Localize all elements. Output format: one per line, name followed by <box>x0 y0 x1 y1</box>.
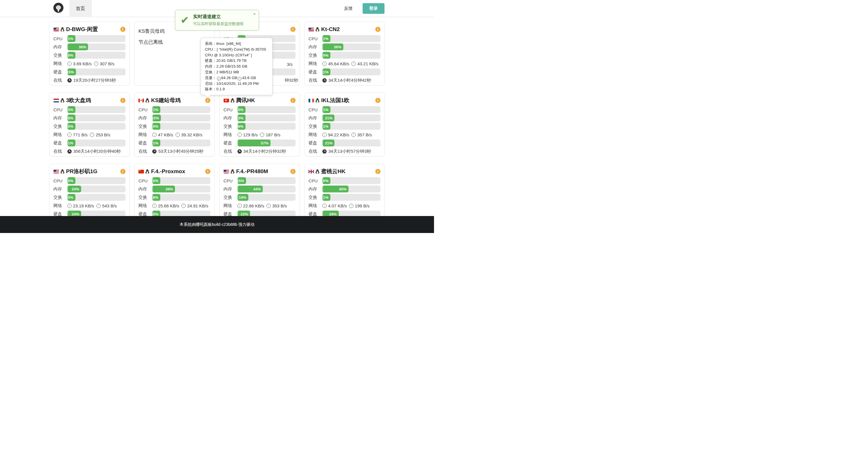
upload-arrow-icon <box>96 204 101 208</box>
upload-arrow-icon <box>351 133 356 137</box>
swap-percent: NaN% <box>238 124 244 129</box>
disk-progress-bar: 11% <box>322 68 331 75</box>
stat-label-online: 在线 <box>309 78 322 83</box>
cpu-percent: 15% <box>238 179 244 183</box>
info-icon[interactable] <box>120 169 125 174</box>
nav-feedback-link[interactable]: 反馈 <box>344 6 353 11</box>
country-flag-icon <box>54 170 59 173</box>
stat-label-swap: 交换 <box>138 124 152 129</box>
mem-progress-track: 39% <box>152 186 210 193</box>
mem-progress-bar: 21% <box>322 114 334 122</box>
swap-progress-track: 19% <box>238 194 296 201</box>
stat-label-cpu: CPU <box>54 107 67 112</box>
disk-percent: 21% <box>325 141 332 145</box>
info-icon[interactable] <box>290 98 296 103</box>
country-flag-icon <box>54 99 59 102</box>
stat-row-net: 网络 94.22 KB/s 357 B/s <box>309 131 380 138</box>
stat-row-mem: 内存 21% <box>309 114 380 122</box>
clock-icon <box>322 78 327 82</box>
info-icon[interactable] <box>120 98 125 103</box>
download-arrow-icon <box>67 204 72 208</box>
mem-progress-bar: 36% <box>322 43 343 51</box>
download-speed: 4.07 KB/s <box>328 203 347 208</box>
download-arrow-icon <box>238 204 242 208</box>
site-logo[interactable] <box>53 3 64 14</box>
cpu-percent: 1% <box>323 36 329 41</box>
server-name: F.4.-Proxmox <box>151 168 185 175</box>
download-arrow-icon <box>152 133 157 137</box>
mem-progress-track: 36% <box>322 43 380 51</box>
mem-progress-track: 44% <box>238 186 296 193</box>
info-icon[interactable] <box>290 27 296 32</box>
stat-row-cpu: CPU 1% <box>54 35 125 42</box>
stat-label-swap: 交换 <box>54 124 67 129</box>
stat-label-swap: 交换 <box>309 195 322 200</box>
disk-progress-track: 1% <box>152 139 210 146</box>
disk-progress-bar: 1% <box>152 139 160 146</box>
cpu-percent: 0% <box>68 108 73 112</box>
stat-row-net: 网络 4.07 KB/s 199 B/s <box>309 202 380 209</box>
upload-arrow-icon <box>181 204 186 208</box>
upload-speed: 43.21 KB/s <box>357 61 378 66</box>
tooltip-value: 2 MB/511 MB <box>216 70 239 74</box>
uptime-text: 53天13小时45分钟25秒 <box>158 149 204 154</box>
server-card: IKL法国1欧 CPU 1% 内存 21% <box>304 93 385 157</box>
stat-row-mem: 内存 15% <box>138 114 210 122</box>
download-arrow-icon <box>152 204 157 208</box>
stat-row-mem: 内存 44% <box>224 186 296 193</box>
cpu-progress-track: 1% <box>322 106 380 113</box>
swap-progress-track: 1% <box>322 123 380 130</box>
info-icon[interactable] <box>205 169 210 174</box>
online-duration: 19天20小时27分钟3秒 <box>67 78 118 83</box>
mem-progress-bar: 36% <box>67 43 88 51</box>
swap-progress-bar: 0% <box>152 123 160 130</box>
upload-speed: 39.32 KB/s <box>181 132 202 137</box>
stat-label-cpu: CPU <box>224 178 238 183</box>
info-icon[interactable] <box>120 27 125 32</box>
mem-percent: 36% <box>334 45 341 49</box>
country-flag-icon <box>54 28 59 31</box>
disk-progress-track: 11% <box>322 68 380 75</box>
nav-tab-home[interactable]: 首页 <box>69 0 92 17</box>
linux-tux-icon <box>60 169 64 174</box>
tooltip-row-boot: 启动：10/14/2020, 11:49:29 PM <box>205 81 268 87</box>
network-speeds: 22.86 KB/s 353 B/s <box>238 203 289 208</box>
mem-progress-track: 6% <box>67 114 125 122</box>
tooltip-row-swap: 交换：2 MB/511 MB <box>205 69 268 75</box>
stat-row-swap: 交换 0% <box>138 123 210 130</box>
info-icon[interactable] <box>205 98 210 103</box>
swap-progress-bar: 0% <box>67 123 75 130</box>
swap-progress-bar: 1% <box>322 123 331 130</box>
upload-speed: 353 B/s <box>272 203 287 208</box>
info-icon[interactable] <box>375 98 380 103</box>
login-button[interactable]: 登录 <box>363 3 384 14</box>
download-arrow-icon <box>322 204 327 208</box>
info-icon[interactable] <box>290 169 296 174</box>
close-icon[interactable]: ✕ <box>253 12 256 16</box>
footer-text-suffix: build·c23b88b 强力驱动 <box>212 222 254 227</box>
stat-row-cpu: CPU 1% <box>309 106 380 113</box>
stat-row-disk: 硬盘 11% <box>309 68 380 75</box>
tooltip-label: 交换： <box>205 70 216 74</box>
clock-icon <box>67 78 72 82</box>
server-card-header: 腾讯HK <box>224 96 296 104</box>
upload-speed: 543 B/s <box>102 203 117 208</box>
upload-arrow-icon <box>351 62 356 66</box>
swap-percent: 0% <box>68 124 73 129</box>
footer-panel-link[interactable]: 哪吒面板 <box>196 222 212 227</box>
mem-percent: 36% <box>79 45 86 49</box>
swap-progress-bar: 19% <box>238 194 248 201</box>
cpu-progress-track: 1% <box>67 35 125 42</box>
info-icon[interactable] <box>375 169 380 174</box>
traffic-down-value: 84.26 GB <box>221 76 238 80</box>
country-flag-icon <box>309 99 314 102</box>
mem-percent: 45% <box>339 187 346 191</box>
cpu-progress-track: 5% <box>67 177 125 184</box>
cpu-percent: 1% <box>323 108 329 112</box>
info-icon[interactable] <box>375 27 380 32</box>
stat-label-mem: 内存 <box>224 187 238 192</box>
stat-label-cpu: CPU <box>224 107 238 112</box>
tooltip-label: 内存： <box>205 64 216 68</box>
disk-percent: 1% <box>68 141 73 145</box>
server-name: PR洛杉矶1G <box>66 168 98 175</box>
